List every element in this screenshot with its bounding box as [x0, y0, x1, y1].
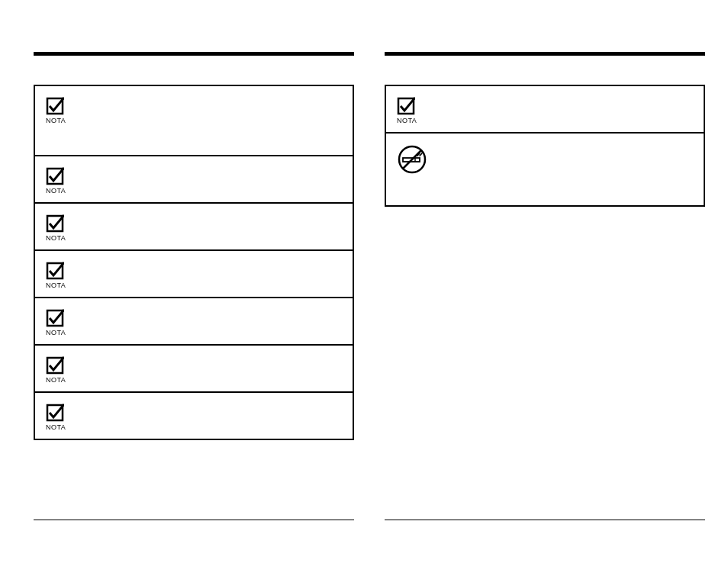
checkbox-label: NOTA [46, 376, 66, 384]
checkbox-tick-icon: NOTA [397, 97, 417, 124]
table-row: NOTA [386, 86, 704, 134]
left-table: NOTA NOTA [34, 85, 354, 440]
checkbox-tick-icon: NOTA [46, 404, 66, 431]
left-column: NOTA NOTA [34, 52, 354, 440]
checkbox-label: NOTA [46, 282, 66, 289]
left-column-rule [34, 52, 354, 56]
no-smoking-icon [397, 144, 694, 175]
table-row: NOTA [35, 86, 353, 156]
checkbox-tick-icon: NOTA [46, 356, 66, 384]
table-row: NOTA [35, 156, 353, 204]
checkbox-label: NOTA [46, 234, 66, 242]
table-row: NOTA [35, 251, 353, 298]
table-row: NOTA [35, 346, 353, 393]
document-page: NOTA NOTA [0, 0, 728, 563]
checkbox-label: NOTA [397, 117, 417, 124]
checkbox-tick-icon: NOTA [46, 262, 66, 289]
checkbox-tick-icon: NOTA [46, 309, 66, 336]
left-footer-rule [34, 520, 354, 521]
checkbox-label: NOTA [46, 187, 66, 195]
checkbox-label: NOTA [46, 423, 66, 431]
checkbox-tick-icon: NOTA [46, 167, 66, 195]
right-footer-rule [385, 520, 705, 521]
checkbox-tick-icon: NOTA [46, 97, 66, 124]
checkbox-label: NOTA [46, 329, 66, 336]
right-table: NOTA [385, 85, 705, 207]
table-row [386, 134, 704, 205]
table-row: NOTA [35, 204, 353, 251]
right-column: NOTA [385, 52, 705, 207]
checkbox-label: NOTA [46, 117, 66, 124]
svg-line-11 [403, 150, 421, 169]
checkbox-tick-icon: NOTA [46, 214, 66, 242]
right-column-rule [385, 52, 705, 56]
table-row: NOTA [35, 393, 353, 439]
table-row: NOTA [35, 298, 353, 346]
